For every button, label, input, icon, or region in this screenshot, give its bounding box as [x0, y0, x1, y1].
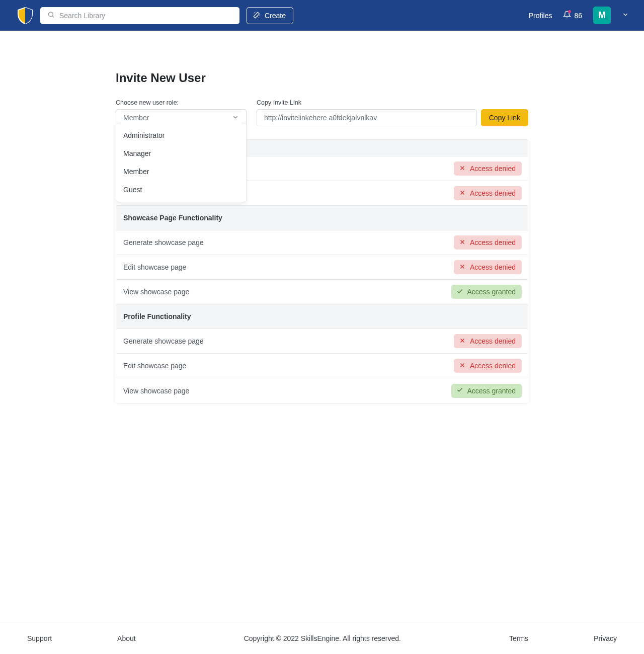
access-denied-badge: Access denied — [454, 334, 522, 348]
brand-logo — [17, 7, 33, 25]
footer-privacy-link[interactable]: Privacy — [594, 634, 617, 642]
x-icon — [459, 238, 466, 247]
user-menu-chevron[interactable] — [622, 11, 629, 20]
footer-terms-link[interactable]: Terms — [509, 634, 528, 642]
magic-wand-icon — [253, 11, 261, 20]
link-row: Copy Link — [257, 109, 528, 126]
badge-label: Access denied — [470, 238, 516, 247]
badge-label: Access denied — [470, 189, 516, 197]
access-granted-badge: Access granted — [451, 384, 522, 398]
link-field: Copy Invite Link Copy Link — [257, 99, 528, 126]
footer-right: Terms Privacy — [509, 634, 617, 642]
permission-label: Generate showcase page — [123, 337, 204, 345]
permission-label: Edit showcase page — [123, 362, 186, 370]
badge-label: Access denied — [470, 263, 516, 271]
topbar-right: Profiles 86 M — [529, 7, 629, 24]
permission-row: View showcase pageAccess granted — [116, 280, 528, 304]
create-button[interactable]: Create — [247, 7, 293, 24]
invite-link-input[interactable] — [257, 109, 477, 126]
avatar-initial: M — [598, 10, 606, 21]
badge-label: Access granted — [467, 387, 516, 395]
role-dropdown: Administrator Manager Member Guest — [116, 123, 247, 202]
x-icon — [459, 263, 466, 272]
check-icon — [456, 386, 463, 395]
dropdown-item-member[interactable]: Member — [116, 162, 246, 181]
search-input[interactable] — [40, 7, 239, 24]
access-granted-badge: Access granted — [451, 285, 522, 299]
permission-label: View showcase page — [123, 387, 189, 395]
chevron-down-icon — [232, 114, 239, 122]
role-label: Choose new user role: — [116, 99, 247, 106]
svg-line-1 — [52, 16, 54, 17]
role-field: Choose new user role: Member — [116, 99, 247, 126]
footer-support-link[interactable]: Support — [27, 634, 52, 642]
access-denied-badge: Access denied — [454, 235, 522, 250]
create-label: Create — [265, 12, 286, 20]
permission-section-header: Showcase Page Functionality — [116, 206, 528, 230]
top-bar: Create Profiles 86 M — [0, 0, 644, 31]
access-denied-badge: Access denied — [454, 186, 522, 200]
permission-row: Edit showcase pageAccess denied — [116, 255, 528, 280]
role-selected-value: Member — [123, 114, 149, 122]
profiles-link[interactable]: Profiles — [529, 12, 552, 20]
x-icon — [459, 337, 466, 346]
search-wrap — [40, 7, 239, 24]
page-title: Invite New User — [116, 71, 528, 85]
dropdown-item-manager[interactable]: Manager — [116, 144, 246, 162]
main-area: Invite New User Choose new user role: Me… — [0, 31, 644, 622]
footer: Support About Copyright © 2022 SkillsEng… — [0, 622, 644, 654]
access-denied-badge: Access denied — [454, 359, 522, 373]
x-icon — [459, 362, 466, 370]
link-label: Copy Invite Link — [257, 99, 528, 106]
permission-section-header: Profile Functionality — [116, 304, 528, 329]
copy-link-button[interactable]: Copy Link — [481, 109, 528, 126]
user-avatar[interactable]: M — [593, 7, 611, 24]
permission-label: Generate showcase page — [123, 238, 204, 247]
badge-label: Access denied — [470, 165, 516, 173]
access-denied-badge: Access denied — [454, 260, 522, 274]
content: Invite New User Choose new user role: Me… — [116, 71, 528, 622]
x-icon — [459, 165, 466, 173]
svg-point-0 — [49, 12, 53, 17]
access-denied-badge: Access denied — [454, 161, 522, 176]
check-icon — [456, 288, 463, 296]
permission-row: Edit showcase pageAccess denied — [116, 354, 528, 378]
footer-copyright: Copyright © 2022 SkillsEngine. All right… — [244, 634, 401, 642]
footer-left: Support About — [27, 634, 136, 642]
badge-label: Access denied — [470, 362, 516, 370]
notification-count: 86 — [574, 12, 582, 20]
permission-row: Generate showcase pageAccess denied — [116, 329, 528, 354]
controls-row: Choose new user role: Member Copy Invite… — [116, 99, 528, 126]
dropdown-item-administrator[interactable]: Administrator — [116, 126, 246, 144]
permission-label: View showcase page — [123, 288, 189, 296]
permission-row: View showcase pageAccess granted — [116, 378, 528, 403]
footer-about-link[interactable]: About — [117, 634, 136, 642]
x-icon — [459, 189, 466, 198]
permission-row: Generate showcase pageAccess denied — [116, 230, 528, 255]
permission-label: Edit showcase page — [123, 263, 186, 271]
badge-label: Access denied — [470, 337, 516, 345]
notifications[interactable]: 86 — [563, 11, 582, 20]
search-icon — [47, 11, 55, 20]
dropdown-item-guest[interactable]: Guest — [116, 181, 246, 199]
badge-label: Access granted — [467, 288, 516, 296]
